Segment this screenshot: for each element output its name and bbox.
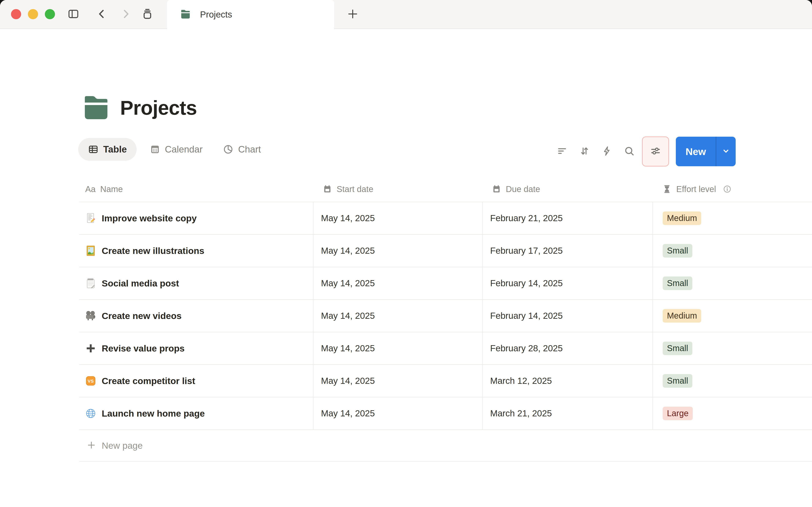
due-date-cell[interactable]: February 14, 2025 bbox=[482, 300, 653, 332]
app-window: Projects Projects bbox=[0, 0, 812, 507]
table-row[interactable]: Revise value props May 14, 2025 February… bbox=[79, 332, 812, 364]
date-value: May 14, 2025 bbox=[321, 213, 375, 223]
effort-cell[interactable]: Small bbox=[653, 365, 812, 397]
date-value: February 14, 2025 bbox=[490, 311, 563, 321]
table-row[interactable]: Create new videos May 14, 2025 February … bbox=[79, 299, 812, 332]
automation-button[interactable] bbox=[597, 137, 617, 166]
table-row[interactable]: VS Create competitor list May 14, 2025 M… bbox=[79, 364, 812, 397]
forward-chevron-icon bbox=[120, 8, 132, 21]
page-name: Create new videos bbox=[102, 311, 182, 321]
start-date-cell[interactable]: May 14, 2025 bbox=[313, 267, 482, 299]
due-date-cell[interactable]: March 12, 2025 bbox=[482, 365, 653, 397]
column-header-due-date[interactable]: Due date bbox=[482, 176, 653, 202]
globe-icon bbox=[85, 408, 96, 419]
effort-badge: Medium bbox=[663, 309, 701, 323]
filter-button[interactable] bbox=[552, 137, 572, 166]
new-tab-button[interactable] bbox=[344, 7, 361, 21]
forward-button[interactable] bbox=[119, 7, 133, 21]
name-cell[interactable]: Improve website copy bbox=[79, 202, 313, 234]
settings-sliders-icon bbox=[650, 145, 661, 158]
column-header-start-date[interactable]: Start date bbox=[313, 176, 482, 202]
automation-zap-icon bbox=[601, 146, 612, 157]
name-cell[interactable]: Create new videos bbox=[79, 300, 313, 332]
database-toolbar: New bbox=[552, 136, 735, 167]
effort-cell[interactable]: Small bbox=[653, 332, 812, 364]
traffic-lights bbox=[11, 9, 55, 19]
tab-table-view[interactable]: Table bbox=[78, 138, 137, 161]
column-header-name[interactable]: Aa Name bbox=[79, 176, 313, 202]
name-cell[interactable]: Launch new home page bbox=[79, 397, 313, 430]
calendar-icon bbox=[323, 184, 332, 194]
search-button[interactable] bbox=[620, 137, 639, 166]
start-date-cell[interactable]: May 14, 2025 bbox=[313, 300, 482, 332]
new-button[interactable]: New bbox=[676, 137, 716, 166]
name-cell[interactable]: VS Create competitor list bbox=[79, 365, 313, 397]
effort-cell[interactable]: Large bbox=[653, 397, 812, 430]
due-date-cell[interactable]: February 17, 2025 bbox=[482, 235, 653, 267]
name-cell[interactable]: Revise value props bbox=[79, 332, 313, 364]
tab-chart-view[interactable]: Chart bbox=[223, 144, 261, 155]
back-button[interactable] bbox=[95, 7, 109, 21]
effort-cell[interactable]: Small bbox=[653, 235, 812, 267]
table-row[interactable]: Launch new home page May 14, 2025 March … bbox=[79, 397, 812, 430]
table-row[interactable]: Social media post May 14, 2025 February … bbox=[79, 267, 812, 299]
effort-cell[interactable]: Medium bbox=[653, 300, 812, 332]
folder-icon bbox=[180, 9, 191, 20]
pie-chart-icon bbox=[223, 144, 234, 155]
page-title[interactable]: Projects bbox=[120, 97, 197, 119]
column-label: Name bbox=[100, 184, 123, 194]
window-tab-bar: Projects bbox=[0, 0, 812, 29]
zoom-window-button[interactable] bbox=[45, 9, 55, 19]
name-cell[interactable]: Social media post bbox=[79, 267, 313, 299]
minimize-window-button[interactable] bbox=[28, 9, 38, 19]
effort-badge: Large bbox=[663, 407, 693, 420]
name-cell[interactable]: Create new illustrations bbox=[79, 235, 313, 267]
text-Aa-icon: Aa bbox=[85, 184, 96, 194]
due-date-cell[interactable]: February 28, 2025 bbox=[482, 332, 653, 364]
start-date-cell[interactable]: May 14, 2025 bbox=[313, 235, 482, 267]
new-page-row[interactable]: New page bbox=[79, 430, 812, 462]
due-date-cell[interactable]: February 14, 2025 bbox=[482, 267, 653, 299]
browser-tab-projects[interactable]: Projects bbox=[167, 0, 334, 29]
date-value: May 14, 2025 bbox=[321, 376, 375, 386]
effort-cell[interactable]: Medium bbox=[653, 202, 812, 234]
table-row[interactable]: Create new illustrations May 14, 2025 Fe… bbox=[79, 234, 812, 267]
folder-icon[interactable] bbox=[82, 95, 110, 121]
sidebar-toggle-button[interactable] bbox=[66, 7, 80, 21]
chevron-down-icon bbox=[721, 146, 731, 157]
tab-title: Projects bbox=[200, 9, 232, 20]
start-date-cell[interactable]: May 14, 2025 bbox=[313, 365, 482, 397]
new-button-label: New bbox=[686, 146, 706, 157]
vs-badge-icon: VS bbox=[85, 376, 96, 386]
memo-icon bbox=[85, 213, 96, 224]
hourglass-icon bbox=[662, 184, 672, 194]
due-date-cell[interactable]: March 21, 2025 bbox=[482, 397, 653, 430]
effort-cell[interactable]: Small bbox=[653, 267, 812, 299]
column-header-effort-level[interactable]: Effort level bbox=[653, 176, 812, 202]
date-value: May 14, 2025 bbox=[321, 278, 375, 288]
column-label: Start date bbox=[337, 184, 373, 194]
plus-icon bbox=[87, 440, 96, 451]
filter-icon bbox=[557, 146, 567, 157]
new-dropdown-button[interactable] bbox=[716, 137, 735, 166]
start-date-cell[interactable]: May 14, 2025 bbox=[313, 202, 482, 234]
close-window-button[interactable] bbox=[11, 9, 21, 19]
date-value: February 14, 2025 bbox=[490, 278, 563, 288]
info-icon[interactable] bbox=[723, 185, 732, 193]
effort-badge: Medium bbox=[663, 212, 701, 225]
page-name: Revise value props bbox=[102, 343, 185, 354]
table-row[interactable]: Improve website copy May 14, 2025 Februa… bbox=[79, 202, 812, 234]
view-tab-label: Chart bbox=[238, 144, 261, 155]
page-name: Social media post bbox=[102, 278, 179, 289]
tab-calendar-view[interactable]: Calendar bbox=[150, 144, 203, 155]
tab-stack-button[interactable] bbox=[140, 7, 154, 21]
date-value: February 17, 2025 bbox=[490, 246, 563, 256]
page-name: Launch new home page bbox=[102, 408, 205, 419]
view-tab-label: Table bbox=[103, 144, 127, 155]
due-date-cell[interactable]: February 21, 2025 bbox=[482, 202, 653, 234]
date-value: March 21, 2025 bbox=[490, 408, 552, 418]
start-date-cell[interactable]: May 14, 2025 bbox=[313, 332, 482, 364]
view-settings-button[interactable] bbox=[642, 136, 669, 166]
sort-button[interactable] bbox=[575, 137, 594, 166]
start-date-cell[interactable]: May 14, 2025 bbox=[313, 397, 482, 430]
